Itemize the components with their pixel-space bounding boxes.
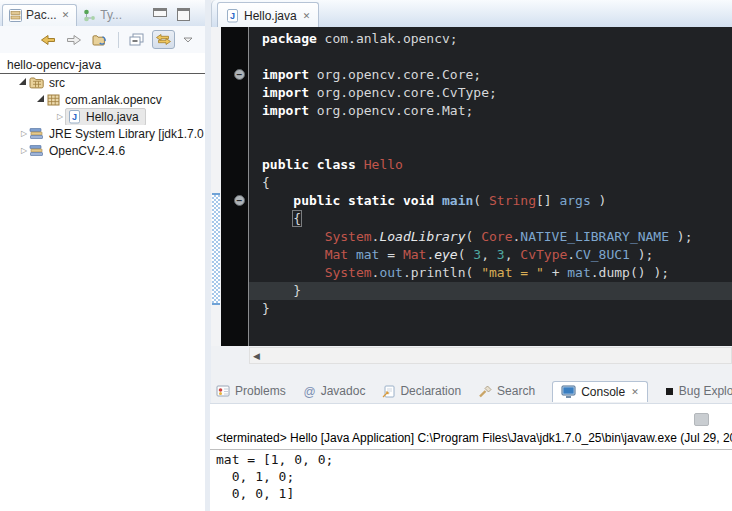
console-output-line: mat = [1, 0, 0; [216,451,333,468]
tree-item-hello-opencv-java[interactable]: hello-opencv-java [0,56,205,74]
code-line[interactable]: import org.opencv.core.Mat; [249,102,732,120]
code-token: = [379,247,402,262]
tree-item-src[interactable]: src [0,74,205,91]
expanded-arrow-icon[interactable] [19,78,26,85]
code-token: Core [481,229,512,244]
tree-item-hello-java[interactable]: ▷JHello.java [0,108,205,125]
code-token: + [544,265,567,280]
console-toolbar-button[interactable] [694,413,709,426]
code-token [434,193,442,208]
code-line[interactable]: { [249,174,732,192]
code-editor[interactable]: package com.anlak.opencv;import org.open… [249,27,732,346]
editor-tab-hello-java[interactable]: J Hello.java ✕ [217,2,319,28]
minimize-icon[interactable] [153,8,167,17]
code-line[interactable]: import org.opencv.core.CvType; [249,84,732,102]
bottom-tab-search[interactable]: Search [478,384,535,398]
fold-collapse-icon[interactable]: − [234,195,245,206]
code-token: public static void [293,193,434,208]
java-file-icon: J [68,110,81,124]
code-token: ); [669,229,692,244]
code-token: .dump() ); [591,265,669,280]
code-token: 3 [497,247,505,262]
package-explorer-panel: Pac...✕Ty... hello-opencv-javasrccom.anl… [0,0,205,511]
code-token: args [559,193,590,208]
bottom-tab-label: Search [497,384,535,398]
close-icon[interactable]: ✕ [302,11,311,21]
console-output-line: 0, 0, 1] [216,485,333,502]
tree-item-opencv-2-4-6[interactable]: ▷OpenCV-2.4.6 [0,142,205,159]
collapsed-arrow-icon[interactable]: ▷ [19,129,29,138]
code-line[interactable] [249,48,732,66]
close-icon[interactable]: ✕ [61,10,70,20]
collapsed-arrow-icon[interactable]: ▷ [19,146,29,155]
maximize-icon[interactable] [177,8,190,21]
scroll-left-icon[interactable]: ◀ [250,351,260,361]
collapse-all-button[interactable] [127,31,146,48]
console-icon [561,385,576,398]
fold-collapse-icon[interactable]: − [234,69,245,80]
tree-item-com-anlak-opencv[interactable]: com.anlak.opencv [0,91,205,108]
code-token: . [403,265,411,280]
tree-item-jre-system-library-jdk1-7-0[interactable]: ▷JRE System Library [jdk1.7.0 [0,125,205,142]
code-line[interactable]: } [249,282,732,300]
left-view-tabs: Pac...✕Ty... [2,2,129,26]
code-line[interactable]: package com.anlak.opencv; [249,30,732,48]
tree-item-label: com.anlak.opencv [65,93,162,107]
code-line[interactable] [249,120,732,138]
code-token: ( [458,247,474,262]
close-icon[interactable]: ✕ [630,387,639,397]
code-token: "mat = " [481,265,544,280]
code-token [262,211,293,226]
package-explorer-icon [9,9,22,22]
view-tab-ty[interactable]: Ty... [77,5,129,26]
range-ruler [211,27,221,346]
javadoc-icon: @ [303,385,316,398]
svg-text:J: J [72,112,77,122]
code-line[interactable]: System.out.println( "mat = " + mat.dump(… [249,264,732,282]
code-line[interactable] [249,138,732,156]
code-token [262,193,293,208]
back-button[interactable] [38,32,58,48]
horizontal-scrollbar[interactable]: ◀ [249,347,732,364]
code-token [262,247,325,262]
code-line[interactable]: } [249,300,732,318]
bug-square-icon [665,387,674,396]
project-tree: hello-opencv-javasrccom.anlak.opencv▷JHe… [0,56,205,159]
code-token: System [325,265,372,280]
up-icon [92,33,108,47]
view-tab-label: Pac... [26,8,57,22]
code-token: public class [262,157,356,172]
code-line[interactable]: Mat mat = Mat.eye( 3, 3, CvType.CV_8UC1 … [249,246,732,264]
code-line[interactable]: public class Hello [249,156,732,174]
bottom-tab-declaration[interactable]: Declaration [382,384,461,398]
bottom-tab-problems[interactable]: Problems [216,384,286,398]
bottom-tab-label: Problems [235,384,286,398]
editor-body: −− package com.anlak.opencv;import org.o… [211,27,732,346]
code-token: Hello [364,157,403,172]
console-title: <terminated> Hello [Java Application] C:… [210,430,732,450]
expanded-arrow-icon[interactable] [37,95,44,102]
link-with-editor-button[interactable] [152,30,175,49]
console-output[interactable]: mat = [1, 0, 0; 0, 1, 0; 0, 0, 1] [216,451,333,502]
bottom-tab-bug-explorer[interactable]: Bug Explorer [665,384,732,398]
tree-item-label: Hello.java [86,110,139,124]
type-hierarchy-icon [83,9,96,22]
view-menu-button[interactable] [181,35,195,45]
code-line[interactable]: import org.opencv.core.Core; [249,66,732,84]
code-token [262,229,325,244]
code-line[interactable]: System.LoadLibrary( Core.NATIVE_LIBRARY_… [249,228,732,246]
bottom-tab-javadoc[interactable]: @Javadoc [303,384,366,398]
console-view: <terminated> Hello [Java Application] C:… [210,403,732,511]
view-tab-pac[interactable]: Pac...✕ [2,4,77,26]
code-line[interactable]: public static void main( String[] args ) [249,192,732,210]
forward-button[interactable] [64,32,84,48]
code-token: println( [411,265,481,280]
up-button[interactable] [90,31,110,49]
left-panel-header: Pac...✕Ty... [0,0,205,27]
code-line[interactable]: { [249,210,732,228]
tree-item-label: JRE System Library [jdk1.7.0 [49,127,204,141]
console-output-line: 0, 1, 0; [216,468,333,485]
collapsed-arrow-icon[interactable]: ▷ [55,112,65,121]
bottom-tab-console[interactable]: Console✕ [552,381,648,402]
code-token: Mat [325,247,348,262]
